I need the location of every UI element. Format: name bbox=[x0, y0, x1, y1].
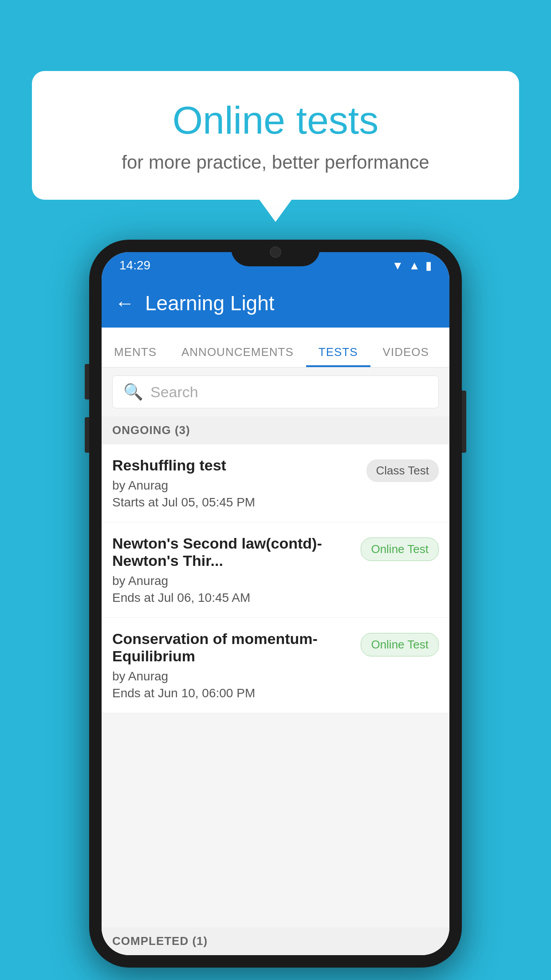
status-icons: ▼ ▲ ▮ bbox=[392, 259, 432, 273]
test-name-3: Conservation of momentum-Equilibrium bbox=[112, 630, 352, 665]
phone-notch bbox=[231, 240, 320, 266]
search-icon: 🔍 bbox=[123, 383, 143, 401]
back-button[interactable]: ← bbox=[115, 292, 134, 314]
wifi-icon: ▼ bbox=[392, 259, 404, 273]
test-badge-2: Online Test bbox=[361, 537, 439, 561]
phone-camera bbox=[270, 246, 281, 258]
tab-tests[interactable]: TESTS bbox=[306, 345, 370, 367]
test-time-3: Ends at Jun 10, 06:00 PM bbox=[112, 686, 352, 700]
search-box[interactable]: 🔍 Search bbox=[112, 375, 439, 408]
test-time-2: Ends at Jul 06, 10:45 AM bbox=[112, 591, 352, 605]
test-name-1: Reshuffling test bbox=[112, 457, 358, 474]
test-badge-1: Class Test bbox=[366, 459, 439, 482]
tab-ments[interactable]: MENTS bbox=[102, 345, 169, 367]
tab-videos[interactable]: VIDEOS bbox=[370, 345, 441, 367]
tab-announcements[interactable]: ANNOUNCEMENTS bbox=[169, 345, 306, 367]
search-container: 🔍 Search bbox=[102, 368, 449, 416]
test-name-2: Newton's Second law(contd)-Newton's Thir… bbox=[112, 535, 352, 569]
test-info-1: Reshuffling test by Anurag Starts at Jul… bbox=[112, 457, 366, 510]
phone-btn-power bbox=[462, 391, 466, 453]
app-title: Learning Light bbox=[145, 291, 275, 315]
phone-btn-volume-up bbox=[85, 364, 89, 399]
test-time-1: Starts at Jul 05, 05:45 PM bbox=[112, 495, 358, 510]
test-author-3: by Anurag bbox=[112, 669, 352, 684]
test-info-2: Newton's Second law(contd)-Newton's Thir… bbox=[112, 535, 361, 605]
section-ongoing-header: ONGOING (3) bbox=[102, 416, 449, 444]
battery-icon: ▮ bbox=[425, 259, 432, 273]
phone-device: 14:29 ▼ ▲ ▮ ← Learning Light MENTS ANNOU… bbox=[89, 240, 462, 968]
test-item-3[interactable]: Conservation of momentum-Equilibrium by … bbox=[102, 618, 449, 713]
phone-btn-volume-down bbox=[85, 417, 89, 453]
bubble-subtitle: for more practice, better performance bbox=[54, 152, 497, 173]
search-input[interactable]: Search bbox=[150, 383, 198, 401]
test-item-1[interactable]: Reshuffling test by Anurag Starts at Jul… bbox=[102, 444, 449, 522]
status-time: 14:29 bbox=[119, 258, 150, 273]
test-info-3: Conservation of momentum-Equilibrium by … bbox=[112, 630, 361, 700]
tabs-bar: MENTS ANNOUNCEMENTS TESTS VIDEOS bbox=[102, 328, 449, 368]
test-item-2[interactable]: Newton's Second law(contd)-Newton's Thir… bbox=[102, 522, 449, 618]
test-author-1: by Anurag bbox=[112, 478, 358, 493]
tests-list: Reshuffling test by Anurag Starts at Jul… bbox=[102, 444, 449, 713]
bubble-title: Online tests bbox=[54, 98, 497, 143]
section-completed-header: COMPLETED (1) bbox=[102, 927, 449, 955]
test-badge-3: Online Test bbox=[361, 633, 439, 656]
app-bar: ← Learning Light bbox=[102, 279, 449, 328]
signal-icon: ▲ bbox=[409, 259, 420, 273]
test-author-2: by Anurag bbox=[112, 574, 352, 588]
phone-screen: 14:29 ▼ ▲ ▮ ← Learning Light MENTS ANNOU… bbox=[102, 252, 449, 955]
speech-bubble: Online tests for more practice, better p… bbox=[32, 71, 519, 200]
